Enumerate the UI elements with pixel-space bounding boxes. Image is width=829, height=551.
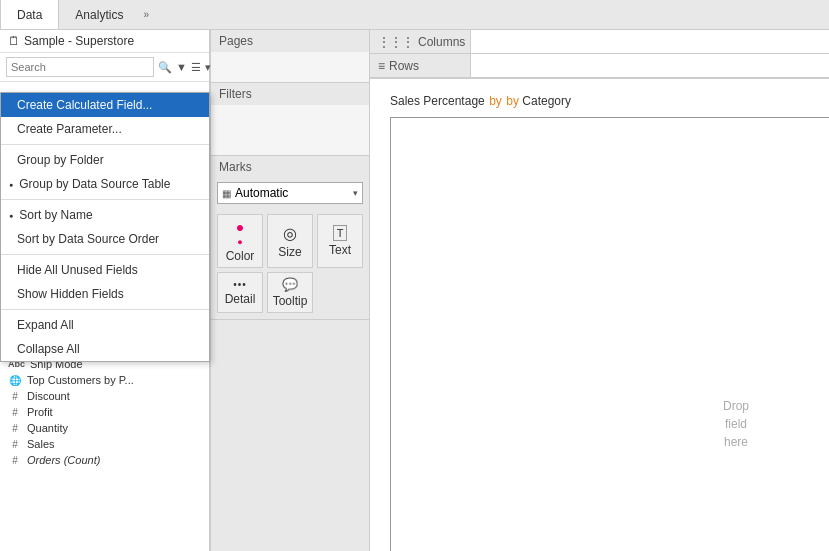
columns-shelf-icon: ⋮⋮⋮ <box>378 35 414 49</box>
columns-shelf-label: ⋮⋮⋮ Columns <box>370 35 470 49</box>
marks-type-dropdown[interactable]: ▦ Automatic ▾ <box>217 182 363 204</box>
database-icon: 🗒 <box>8 34 20 48</box>
rows-shelf-label: ≡ Rows <box>370 59 470 73</box>
field-label: Discount <box>27 390 70 402</box>
list-item[interactable]: # Profit <box>0 404 209 420</box>
size-label: Size <box>278 245 301 259</box>
marks-type-icon: ▦ <box>222 188 231 199</box>
shelf-area: ⋮⋮⋮ Columns ≡ Rows <box>370 30 829 79</box>
menu-divider-2 <box>1 199 209 200</box>
field-type-hash-icon: # <box>8 439 22 450</box>
content-wrapper: Pages Filters Marks ▦ Automatic ▾ <box>210 30 829 551</box>
search-row: 🔍 ▼ ☰ ▾ <box>0 53 209 82</box>
menu-item-create-parameter[interactable]: Create Parameter... <box>1 117 209 141</box>
list-item[interactable]: 🌐 Top Customers by P... <box>0 372 209 388</box>
menu-divider-4 <box>1 309 209 310</box>
menu-item-group-source[interactable]: Group by Data Source Table <box>1 172 209 196</box>
menu-item-show-hidden[interactable]: Show Hidden Fields <box>1 282 209 306</box>
list-view-icon[interactable]: ☰ <box>191 58 201 76</box>
marks-header: Marks <box>211 156 369 178</box>
viz-horizontal-axis-line <box>390 117 829 118</box>
pages-section: Pages <box>211 30 369 83</box>
viz-title: Sales Percentage by by Category <box>370 79 829 117</box>
tab-analytics[interactable]: Analytics <box>59 0 139 29</box>
marks-section: Marks ▦ Automatic ▾ ●● Color ◎ <box>211 156 369 320</box>
menu-item-collapse-all[interactable]: Collapse All <box>1 337 209 361</box>
menu-item-hide-unused[interactable]: Hide All Unused Fields <box>1 258 209 282</box>
top-bar: Data Analytics » <box>0 0 829 30</box>
close-panel-icon[interactable]: » <box>143 9 149 20</box>
field-label: Profit <box>27 406 53 418</box>
tab-data-label: Data <box>17 8 42 22</box>
right-panel: ⋮⋮⋮ Columns ≡ Rows Sales Percentage by <box>370 30 829 551</box>
marks-detail-button[interactable]: ••• Detail <box>217 272 263 313</box>
field-type-hash-icon: # <box>8 455 22 466</box>
marks-buttons-grid: ●● Color ◎ Size T Text ••• Detail <box>211 208 369 319</box>
middle-panel: Pages Filters Marks ▦ Automatic ▾ <box>210 30 370 551</box>
rows-shelf-icon: ≡ <box>378 59 385 73</box>
rows-shelf: ≡ Rows <box>370 54 829 78</box>
menu-divider-3 <box>1 254 209 255</box>
tooltip-icon: 💬 <box>282 277 298 292</box>
viz-canvas: Drop field here <box>370 117 829 551</box>
rows-shelf-content[interactable] <box>470 54 829 77</box>
filters-section: Filters <box>211 83 369 156</box>
menu-item-expand-all[interactable]: Expand All <box>1 313 209 337</box>
list-item[interactable]: # Sales <box>0 436 209 452</box>
pages-body <box>211 52 369 82</box>
viz-area: Sales Percentage by by Category Drop fie… <box>370 79 829 551</box>
text-icon: T <box>333 225 348 241</box>
search-icon[interactable]: 🔍 <box>158 58 172 76</box>
columns-shelf-content[interactable] <box>470 30 829 53</box>
dropdown-arrow-icon[interactable]: ▾ <box>205 58 211 76</box>
list-item[interactable]: # Quantity <box>0 420 209 436</box>
field-label: Sales <box>27 438 55 450</box>
menu-divider-1 <box>1 144 209 145</box>
field-label: Top Customers by P... <box>27 374 134 386</box>
field-type-hash-icon: # <box>8 423 22 434</box>
tab-analytics-label: Analytics <box>75 8 123 22</box>
filter-icon[interactable]: ▼ <box>176 58 187 76</box>
filters-body <box>211 105 369 155</box>
field-label: Orders (Count) <box>27 454 100 466</box>
tooltip-label: Tooltip <box>273 294 308 308</box>
menu-item-create-calculated[interactable]: Create Calculated Field... <box>1 93 209 117</box>
menu-item-group-folder[interactable]: Group by Folder <box>1 148 209 172</box>
marks-tooltip-button[interactable]: 💬 Tooltip <box>267 272 313 313</box>
menu-item-sort-order[interactable]: Sort by Data Source Order <box>1 227 209 251</box>
filters-header: Filters <box>211 83 369 105</box>
main-area: 🗒 Sample - Superstore 🔍 ▼ ☰ ▾ Create Cal… <box>0 30 829 551</box>
left-panel: 🗒 Sample - Superstore 🔍 ▼ ☰ ▾ Create Cal… <box>0 30 210 551</box>
marks-type-row: ▦ Automatic ▾ <box>211 178 369 208</box>
field-label: Quantity <box>27 422 68 434</box>
marks-text-button[interactable]: T Text <box>317 214 363 268</box>
field-type-hash-icon: # <box>8 407 22 418</box>
drop-field-hint: Drop field here <box>723 397 749 451</box>
tab-data[interactable]: Data <box>0 0 59 29</box>
menu-item-sort-name[interactable]: Sort by Name <box>1 203 209 227</box>
pages-header: Pages <box>211 30 369 52</box>
text-label: Text <box>329 243 351 257</box>
size-icon: ◎ <box>283 224 297 243</box>
field-type-hash-icon: # <box>8 391 22 402</box>
list-item[interactable]: # Orders (Count) <box>0 452 209 468</box>
marks-type-label: Automatic <box>235 186 288 200</box>
viz-vertical-axis-line <box>390 117 391 551</box>
search-input[interactable] <box>6 57 154 77</box>
marks-size-button[interactable]: ◎ Size <box>267 214 313 268</box>
data-source-label: Sample - Superstore <box>24 34 134 48</box>
detail-label: Detail <box>225 292 256 306</box>
list-item[interactable]: # Discount <box>0 388 209 404</box>
marks-color-button[interactable]: ●● Color <box>217 214 263 268</box>
context-dropdown-menu: Create Calculated Field... Create Parame… <box>0 92 210 362</box>
color-label: Color <box>226 249 255 263</box>
data-source-row: 🗒 Sample - Superstore <box>0 30 209 53</box>
field-type-globe-icon: 🌐 <box>8 375 22 386</box>
marks-dropdown-arrow-icon: ▾ <box>353 188 358 198</box>
detail-icon: ••• <box>233 279 247 290</box>
columns-shelf: ⋮⋮⋮ Columns <box>370 30 829 54</box>
color-dots-icon: ● <box>236 219 244 235</box>
